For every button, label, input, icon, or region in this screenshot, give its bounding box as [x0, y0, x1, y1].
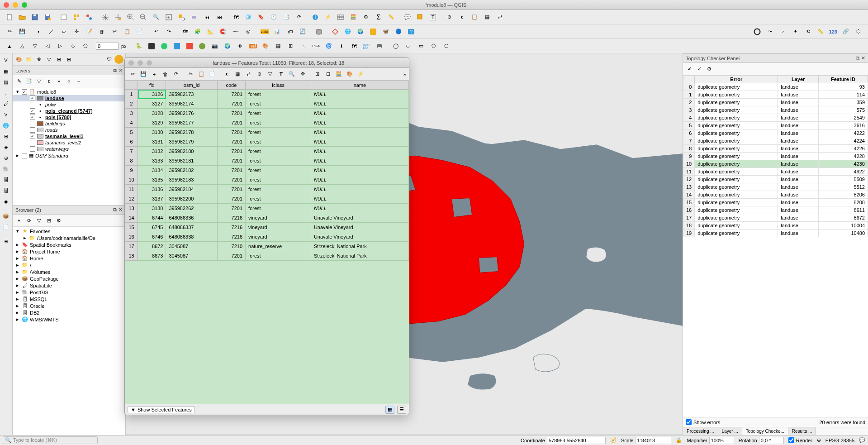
topo-col-header[interactable]: Feature ID — [818, 76, 868, 83]
stats-icon[interactable]: Σ — [373, 11, 384, 23]
attr-filter-icon[interactable]: ▽ — [265, 69, 275, 79]
layer-collapse-icon[interactable]: ⊟ — [64, 55, 73, 64]
table-row[interactable]: 331283959821767201forestNULL — [125, 109, 409, 118]
select-value-icon[interactable]: 📋 — [469, 11, 480, 23]
attr-cond-format-icon[interactable]: 🎨 — [345, 69, 355, 79]
tree-layer[interactable]: •pois [5780] — [13, 114, 125, 120]
topology-rules-icon[interactable]: ⚙ — [705, 64, 714, 73]
open-table-icon[interactable] — [335, 11, 346, 23]
attribute-table-window[interactable]: landuse — Features Total: 11050, Filtere… — [124, 57, 409, 415]
attr-min-icon[interactable] — [138, 60, 143, 66]
attr-select-expr-icon[interactable]: ε — [222, 69, 232, 79]
tree-layer[interactable]: •pofw — [13, 101, 125, 108]
attr-form-view-icon[interactable]: ☰ — [397, 406, 406, 414]
shape-r2-icon[interactable]: ⬭ — [403, 40, 414, 52]
mesh-icon-3[interactable]: ▽ — [29, 40, 41, 52]
table-row[interactable]: 18867330450877201forestStrzelecki Nation… — [125, 251, 409, 261]
add-csv-icon[interactable]: , — [1, 88, 11, 98]
plugin-p5-icon[interactable] — [196, 40, 208, 52]
zoom-native-icon[interactable]: 🔍 — [150, 11, 162, 23]
topology-tab[interactable]: Topology Checke... — [742, 427, 788, 435]
new-gpkg-icon[interactable]: 📦 — [1, 211, 11, 221]
shape-icon-5[interactable]: 📏 — [815, 26, 826, 38]
topology-row[interactable]: 2duplicate geometrylanduse359 — [683, 99, 868, 106]
save-project-icon[interactable] — [29, 11, 41, 23]
topology-row[interactable]: 12duplicate geometrylanduse5509 — [683, 176, 868, 183]
attr-more-icon[interactable]: » — [403, 72, 406, 77]
add-mesh-icon[interactable]: ▨ — [1, 77, 11, 87]
field-calc-icon[interactable]: 🧮 — [347, 11, 359, 23]
zoom-next-icon[interactable]: ⏭ — [213, 11, 225, 23]
add-wfs-icon[interactable]: ⊕ — [1, 153, 11, 163]
extents-icon[interactable]: 🧭 — [610, 437, 617, 443]
attr-edit-icon[interactable]: ✏ — [128, 69, 138, 79]
mesh-icon-6[interactable]: ◇ — [67, 40, 79, 52]
close-window-icon[interactable] — [4, 2, 9, 8]
attr-paste-icon[interactable]: 📄 — [207, 69, 217, 79]
topology-row[interactable]: 8duplicate geometrylanduse4226 — [683, 145, 868, 153]
table-row[interactable]: 131263959821737201forestNULL — [125, 90, 409, 99]
add-line-icon[interactable]: ／ — [45, 26, 57, 38]
plugin-p17-icon[interactable]: 🗺 — [348, 40, 360, 52]
shape-icon-8[interactable]: ⬡ — [853, 26, 864, 38]
modify-attrs-icon[interactable]: 📝 — [83, 26, 95, 38]
plugin-p18-icon[interactable]: 🎮 — [374, 40, 385, 52]
add-point-icon[interactable]: • — [33, 26, 44, 38]
plugin-p12-icon[interactable]: ⊞ — [285, 40, 297, 52]
browser-item[interactable]: ▸🏠Project Home — [13, 248, 125, 255]
attr-deselect-icon[interactable]: ⊘ — [254, 69, 264, 79]
zoom-layer-icon[interactable] — [188, 11, 200, 23]
topology-undock-icon[interactable]: ⧉ — [856, 55, 859, 61]
tree-layer[interactable]: tasmania_level1 — [13, 133, 125, 139]
shape-icon-7[interactable]: 🔗 — [840, 26, 852, 38]
attr-col-header[interactable]: fclass — [246, 81, 311, 90]
measure-icon[interactable]: 📏 — [385, 11, 397, 23]
plugin-icon-3[interactable]: 🌍 — [355, 26, 366, 38]
plugin-p4-icon[interactable] — [184, 40, 195, 52]
topology-close-icon[interactable]: ✕ — [861, 55, 865, 61]
px-value-input[interactable] — [96, 43, 119, 50]
locator-input[interactable]: 🔍 Type to locate (⌘K) — [3, 436, 98, 444]
browser-item[interactable]: ▸🗄DB2 — [13, 309, 125, 316]
topology-row[interactable]: 17duplicate geometrylanduse8672 — [683, 214, 868, 222]
paste-features-icon[interactable]: 📄 — [134, 26, 146, 38]
table-row[interactable]: 17867230450877210nature_reserveStrzeleck… — [125, 242, 409, 251]
attr-new-icon[interactable]: + — [149, 69, 159, 79]
browser-item[interactable]: ▸🌐WMS/WMTS — [13, 316, 125, 323]
attr-delete-icon[interactable]: 🗑 — [160, 69, 170, 79]
plugin-p9-icon[interactable]: Ref — [247, 40, 259, 52]
shape-r1-icon[interactable]: ◯ — [390, 40, 402, 52]
new-map-view-icon[interactable]: 🗺 — [230, 11, 242, 23]
table-row[interactable]: 1667466480863387216vineyardUnavale Viney… — [125, 232, 409, 242]
topology-validate-extent-icon[interactable]: ✓ — [695, 64, 704, 73]
label-rotate-icon[interactable]: 🔄 — [297, 26, 308, 38]
attr-pan-sel-icon[interactable]: ✥ — [298, 69, 308, 79]
mesh-icon-7[interactable]: ⬠ — [80, 40, 91, 52]
topology-row[interactable]: 3duplicate geometrylanduse575 — [683, 106, 868, 114]
messages-icon[interactable]: 💬 — [859, 437, 865, 443]
plugin-icon-6[interactable]: 🔵 — [393, 26, 404, 38]
layers-collapse-all-icon[interactable]: « — [64, 77, 73, 86]
refresh-icon[interactable]: ⟳ — [293, 11, 305, 23]
processing-icon[interactable]: ⚙ — [360, 11, 372, 23]
shape-icon-2[interactable]: ⟋ — [777, 26, 788, 38]
coord-input[interactable] — [547, 437, 606, 444]
topology-tab[interactable]: Results ... — [788, 427, 816, 435]
browser-undock-icon[interactable]: ⧉ — [113, 207, 117, 213]
browser-item[interactable]: ▸🐘PostGIS — [13, 289, 125, 296]
add-virtual-icon[interactable]: V — [1, 110, 11, 120]
save-as-icon[interactable] — [42, 11, 53, 23]
mesh-icon-1[interactable]: ▲ — [4, 40, 15, 52]
deselect-icon[interactable]: ⊘ — [443, 11, 455, 23]
minimize-window-icon[interactable] — [13, 2, 18, 8]
label-icon[interactable]: abc — [259, 26, 270, 38]
topology-row[interactable]: 1duplicate geometrylanduse114 — [683, 91, 868, 99]
zoom-out-icon[interactable] — [138, 11, 149, 23]
zoom-selection-icon[interactable] — [175, 11, 187, 23]
rotation-input[interactable] — [759, 437, 784, 444]
attr-col-header[interactable]: osm_id — [166, 81, 217, 90]
topology-row[interactable]: 10duplicate geometrylanduse4230 — [683, 160, 868, 168]
browser-item[interactable]: ▸📦GeoPackage — [13, 275, 125, 282]
table-row[interactable]: 531303959821787201forestNULL — [125, 128, 409, 137]
shape-icon-3[interactable]: ✦ — [789, 26, 801, 38]
